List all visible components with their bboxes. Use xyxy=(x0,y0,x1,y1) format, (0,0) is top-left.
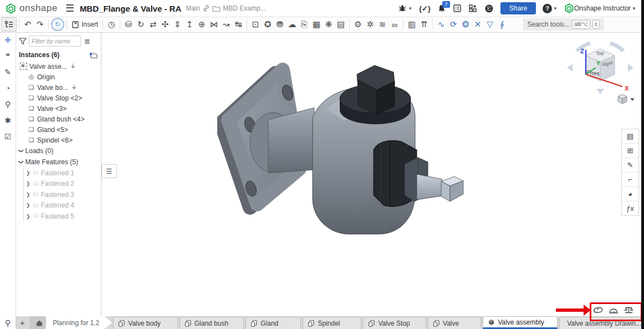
tree-item-valve-body[interactable]: ❏ Valve bo... ⏚ xyxy=(16,82,101,93)
exploded-view-icon[interactable]: ⇈ xyxy=(418,18,430,31)
graphics-area[interactable]: Top Front Right Z X Y ▤ ⊞ ✎ ⌐ ◕ ƒx xyxy=(101,32,641,316)
account-menu[interactable]: Onshape Instructor ▼ xyxy=(564,3,636,13)
rack-pinion-icon[interactable]: ✲ xyxy=(364,18,376,31)
in-context-button[interactable]: ⌐ xyxy=(622,173,638,187)
ball-mate-icon[interactable]: ⊕ xyxy=(196,18,208,31)
mass-properties-clock-icon[interactable]: ◷ xyxy=(105,18,117,31)
revolute-mate-icon[interactable]: ↻ xyxy=(135,18,147,31)
replicate-icon[interactable]: ✪ xyxy=(262,18,274,31)
loads-section[interactable]: ❯ Loads (0) xyxy=(16,145,101,156)
pan-down-arrow[interactable] xyxy=(596,89,604,94)
tab-valve-body[interactable]: Valve body xyxy=(113,317,177,329)
rotate-right-arrow[interactable] xyxy=(610,43,623,51)
sheet-gear-icon[interactable]: ▥ xyxy=(406,18,418,31)
tree-item-spindel[interactable]: ❏ Spindel <6> xyxy=(16,135,101,145)
pan-left-arrow[interactable] xyxy=(567,64,573,72)
language-button[interactable] xyxy=(484,4,494,13)
view-cube[interactable]: Top Front Right Z X Y xyxy=(565,37,636,105)
main-menu-icon[interactable]: ☰ xyxy=(65,2,74,14)
slider-mate-icon[interactable]: ⇄ xyxy=(147,18,159,31)
tab-gland[interactable]: Gland xyxy=(246,317,301,329)
apps-button[interactable] xyxy=(468,4,478,13)
cylindrical-mate-icon[interactable]: ⇕ xyxy=(171,18,183,31)
filter-input[interactable] xyxy=(29,36,81,47)
onshape-logo[interactable]: onshape xyxy=(0,3,58,14)
new-folder-icon[interactable] xyxy=(89,52,98,59)
planar-mate-icon[interactable]: ✣ xyxy=(159,18,171,31)
tab-valve[interactable]: Valve xyxy=(428,317,481,329)
tab-valve-stop[interactable]: Valve Stop xyxy=(363,317,426,329)
bug-menu[interactable]: ▼ xyxy=(398,4,412,13)
configurations-add-icon[interactable]: ✛ xyxy=(2,34,13,45)
interference-icon[interactable]: ✕ xyxy=(472,18,484,31)
configuration-button[interactable]: ✎ xyxy=(622,158,638,173)
view-options-button[interactable] xyxy=(618,94,635,104)
pan-right-arrow[interactable] xyxy=(628,64,633,72)
measure-button[interactable] xyxy=(608,305,619,315)
undo-button[interactable]: ↶ xyxy=(22,18,34,31)
valve-assembly-model[interactable] xyxy=(217,55,469,247)
mouse-hints-button[interactable] xyxy=(592,305,603,315)
featurescript-button[interactable]: ƒx xyxy=(622,201,638,215)
mass-properties-button[interactable] xyxy=(623,305,634,315)
gear-relation-icon[interactable]: ⚙ xyxy=(352,18,364,31)
tangent-mate-icon[interactable]: ↝ xyxy=(220,18,232,31)
tree-item-gland-bush[interactable]: ❏ Gland bush <4> xyxy=(16,114,101,124)
linked-relation-icon[interactable]: ∞ xyxy=(389,18,401,31)
filter-funnel-icon[interactable] xyxy=(19,38,27,45)
named-positions-icon[interactable]: ⟳ xyxy=(447,18,459,31)
mate-item-fastened-4[interactable]: ❯ ⛁ Fastened 4 xyxy=(26,200,101,211)
fastened-mate-icon[interactable]: ⛁ xyxy=(122,18,135,31)
tree-item-valve[interactable]: ❏ Valve <3> xyxy=(16,103,101,114)
tree-item-valve-assembly[interactable]: Valve asse... ⏚ xyxy=(16,61,101,72)
display-states-icon[interactable]: ❂ xyxy=(459,18,472,31)
share-button[interactable]: Share xyxy=(500,2,536,14)
mate-features-section[interactable]: ❯ Mate Features (5) xyxy=(16,156,101,168)
pattern-icon[interactable]: ▦ xyxy=(310,18,323,31)
edit-in-context-icon[interactable]: ⊡ xyxy=(249,18,262,31)
rollback-button[interactable]: ↻ xyxy=(51,18,64,31)
search-globe-icon[interactable]: ⚲ xyxy=(2,99,13,110)
mate-item-fastened-5[interactable]: ❯ ⛁ Fastened 5 xyxy=(26,211,101,222)
redo-button[interactable]: ↷ xyxy=(34,18,46,31)
mate-limits-icon[interactable]: ↹ xyxy=(232,18,244,31)
tab-planning[interactable]: Planning for 1.2 xyxy=(46,316,112,329)
tab-gland-bush[interactable]: Gland bush xyxy=(180,317,244,329)
document-location[interactable]: MBD Examp... xyxy=(202,4,265,12)
named-views-button[interactable]: ⊞ xyxy=(622,144,638,158)
tab-spindel[interactable]: Spindel xyxy=(303,317,361,329)
help-menu[interactable]: ? ▼ xyxy=(543,4,558,13)
mate-item-fastened-2[interactable]: ❯ ⛁ Fastened 2 xyxy=(26,179,101,190)
bug-report-icon[interactable]: ✱ xyxy=(2,115,13,126)
notifications-button[interactable]: 7 xyxy=(437,4,446,13)
publish-icon[interactable]: ☁ xyxy=(286,18,298,31)
tab-valve-assembly[interactable]: Valve assembly xyxy=(483,316,558,329)
spindle-shaft[interactable] xyxy=(417,174,442,200)
animate-icon[interactable]: ∿ xyxy=(435,18,447,31)
pin-slot-mate-icon[interactable]: ↥ xyxy=(183,18,196,31)
mate-item-fastened-3[interactable]: ❯ ⛁ Fastened 3 xyxy=(26,189,101,200)
tree-item-gland[interactable]: ❏ Gland <5> xyxy=(16,124,101,135)
screw-relation-icon[interactable]: ≋ xyxy=(376,18,389,31)
insert-button[interactable]: Insert xyxy=(69,21,100,29)
workspace-name[interactable]: Main xyxy=(186,4,200,12)
explode-parts-icon[interactable]: ❋ xyxy=(323,18,335,31)
checklist-icon[interactable]: ☑ xyxy=(2,131,13,142)
tree-item-origin[interactable]: ◎ Origin xyxy=(16,72,101,82)
select-instance-icon[interactable]: ⛃ xyxy=(274,18,286,31)
duplicate-icon[interactable]: ⎘ xyxy=(298,18,310,31)
structure-tree-toggle[interactable] xyxy=(1,17,17,32)
mate-item-fastened-1[interactable]: ❯ ⛁ Fastened 1 xyxy=(26,168,101,179)
appearance-button[interactable]: ◕ xyxy=(622,187,638,201)
list-view-icon[interactable]: ≣ xyxy=(84,37,90,45)
add-tab-button[interactable]: + xyxy=(16,316,29,329)
tree-item-valve-stop[interactable]: ❏ Valve Stop <2> xyxy=(16,93,101,103)
comment-icon[interactable]: ❝ xyxy=(2,50,13,62)
tab-valve-assembly-drawing[interactable]: Valve assembly Drawin... xyxy=(559,317,643,329)
panel-flyout-button[interactable]: ☰ xyxy=(101,164,117,178)
versions-icon[interactable]: {✓} xyxy=(419,4,431,13)
tasks-button[interactable] xyxy=(453,4,462,13)
parallel-mate-icon[interactable]: ⋈ xyxy=(208,18,220,31)
section-view-icon[interactable]: ▽ xyxy=(484,18,496,31)
search-tools[interactable]: Search tools... alt/⌥ c xyxy=(523,18,604,31)
